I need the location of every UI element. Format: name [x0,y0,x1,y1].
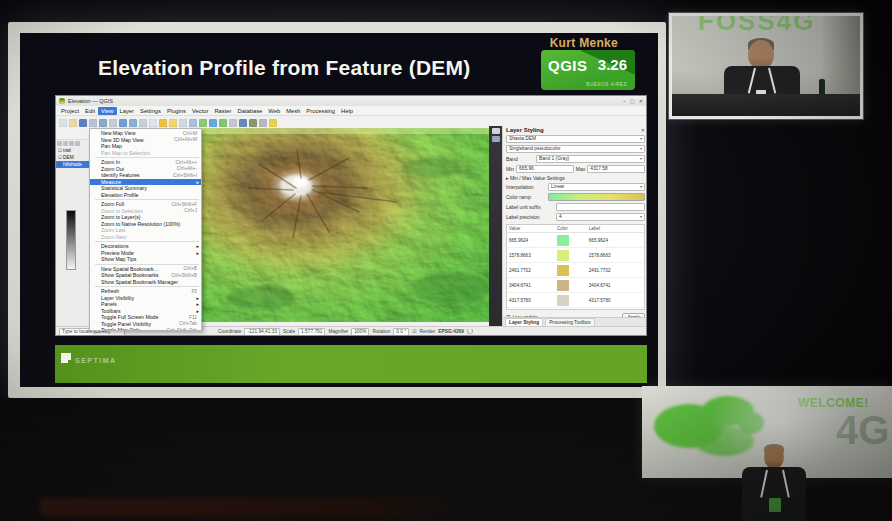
python-console-icon[interactable] [249,119,257,127]
select-features-icon[interactable] [169,119,177,127]
menu-item-label: New Map View [101,130,180,136]
min-label: Min [506,166,514,172]
class-row[interactable]: 3404.6741 3404.6741 [507,278,644,293]
save-project-icon[interactable] [79,119,87,127]
style-manager-icon[interactable] [89,119,97,127]
dem-hillshade-map [201,128,489,322]
panel-splitter[interactable] [489,126,502,326]
class-color-swatch[interactable] [557,295,569,306]
new-project-icon[interactable] [59,119,67,127]
renderer-selector[interactable]: Singleband pseudocolor [506,145,645,153]
pan-selection-icon[interactable] [109,119,117,127]
map-canvas[interactable] [201,128,489,322]
menubar-item[interactable]: Web [265,107,283,115]
layer-checkbox[interactable]: ☑ [58,155,62,160]
class-row[interactable]: 4317.5780 4317.5780 [507,293,644,308]
menu-item-label: Refresh [101,288,188,294]
DEM[interactable]: ☑ DEM [56,154,89,161]
scale-selector[interactable]: 1:577,791 [298,328,325,336]
magnifier-label: Magnifier [328,329,348,334]
options-icon[interactable] [269,119,277,127]
class-color-swatch[interactable] [557,250,569,261]
menubar-item[interactable]: Plugins [164,107,189,115]
panel-tab[interactable]: Layer Styling [505,318,543,326]
trail[interactable]: ☑ trail [56,147,89,154]
identify-icon[interactable] [159,119,167,127]
menubar-item[interactable]: Layer [117,107,138,115]
menu-item-shortcut: Ctrl+Alt+M [174,137,197,142]
qgis-titlebar[interactable]: Elevation — QGIS – ▢ ✕ [56,96,646,106]
class-row[interactable]: 1578.8663 1578.8663 [507,248,644,263]
minmax-settings-toggle[interactable]: ▸ Min / Max Value Settings [506,175,565,181]
messages-icon[interactable]: 💬 [467,329,473,334]
field-calculator-icon[interactable] [239,119,247,127]
open-project-icon[interactable] [69,119,77,127]
maximize-button[interactable]: ▢ [630,98,635,104]
class-row[interactable]: 665.9624 665.9624 [507,233,644,248]
filter-legend-icon[interactable] [69,141,74,146]
minimize-button[interactable]: – [623,98,626,104]
menu-item-shortcut: Ctrl+Shift+B [171,273,197,278]
menubar-item[interactable]: Settings [137,107,164,115]
processing-toolbox-icon[interactable] [259,119,267,127]
coordinate-label: Coordinate [218,329,241,334]
panel-tab[interactable]: Processing Toolbox [545,318,595,326]
class-color-swatch[interactable] [557,235,569,246]
menubar-item[interactable]: Database [235,107,266,115]
menu-item-shortcut: Ctrl+Alt+- [177,166,197,171]
refresh-icon[interactable] [219,119,227,127]
precision-stepper[interactable]: 4 [556,213,645,221]
zoom-in-icon[interactable] [119,119,127,127]
zoom-full-icon[interactable] [139,119,147,127]
render-checkbox[interactable]: ☑ [412,329,416,334]
menubar-item[interactable]: Vector [189,107,211,115]
pan-map-icon[interactable] [99,119,107,127]
min-field[interactable]: 665.96 [516,165,574,173]
suffix-field[interactable] [556,203,645,211]
interpolation-selector[interactable]: Linear [548,183,645,191]
crs-button[interactable]: EPSG:4269 [438,329,464,334]
menubar-item[interactable]: Mesh [283,107,303,115]
class-label: 1578.8663 [589,253,642,258]
window-title: Elevation — QGIS [68,98,619,104]
menubar-item[interactable]: Help [338,107,356,115]
hillshade[interactable]: ☑ hillshade [56,161,89,168]
qgis-menubar: ProjectEditViewLayerSettingsPluginsVecto… [56,106,646,116]
class-color-swatch[interactable] [557,280,569,291]
open-layer-styling-icon[interactable] [57,141,62,146]
menubar-item[interactable]: View [98,107,116,115]
menubar-item[interactable]: Processing [303,107,338,115]
coordinate-field[interactable]: -121.94,41.33 [244,328,280,336]
attributes-table-icon[interactable] [229,119,237,127]
close-panel-icon[interactable]: ✕ [641,127,645,133]
remove-layer-icon[interactable] [75,141,80,146]
add-group-icon[interactable] [63,141,68,146]
menubar-item[interactable]: Edit [82,107,98,115]
zoom-out-icon[interactable] [129,119,137,127]
show-bookmarks-icon[interactable] [209,119,217,127]
layer-selector[interactable]: Shasta DEM [506,135,645,143]
measure-icon[interactable] [189,119,197,127]
close-button[interactable]: ✕ [639,98,643,104]
class-color-swatch[interactable] [557,265,569,276]
magnifier-field[interactable]: 100% [351,328,369,336]
band-selector[interactable]: Band 1 (Gray) [536,155,645,163]
rotation-field[interactable]: 0.0 ° [393,328,409,336]
max-field[interactable]: 4317.58 [587,165,645,173]
deselect-icon[interactable] [179,119,187,127]
styling-bottom-tabs: Layer StylingProcessing Toolbox [503,317,647,326]
color-ramp-selector[interactable] [548,193,645,201]
styling-panel-title: Layer Styling [506,127,639,133]
class-value: 3404.6741 [509,283,557,288]
dock-icon [492,136,500,142]
layer-checkbox[interactable]: ☑ [58,148,62,153]
new-bookmark-icon[interactable] [199,119,207,127]
view-menu-item[interactable]: Toggle Map Only Ctrl+Shift+Tab [90,327,201,331]
menubar-item[interactable]: Project [58,107,82,115]
menubar-item[interactable]: Raster [211,107,234,115]
menu-item-shortcut: Ctrl+Alt++ [176,160,197,165]
class-row[interactable]: 2491.7702 2491.7702 [507,263,644,278]
layer-checkbox[interactable]: ☑ [58,162,62,167]
menu-item-label: Toggle Map Only [101,327,164,331]
zoom-layer-icon[interactable] [149,119,157,127]
